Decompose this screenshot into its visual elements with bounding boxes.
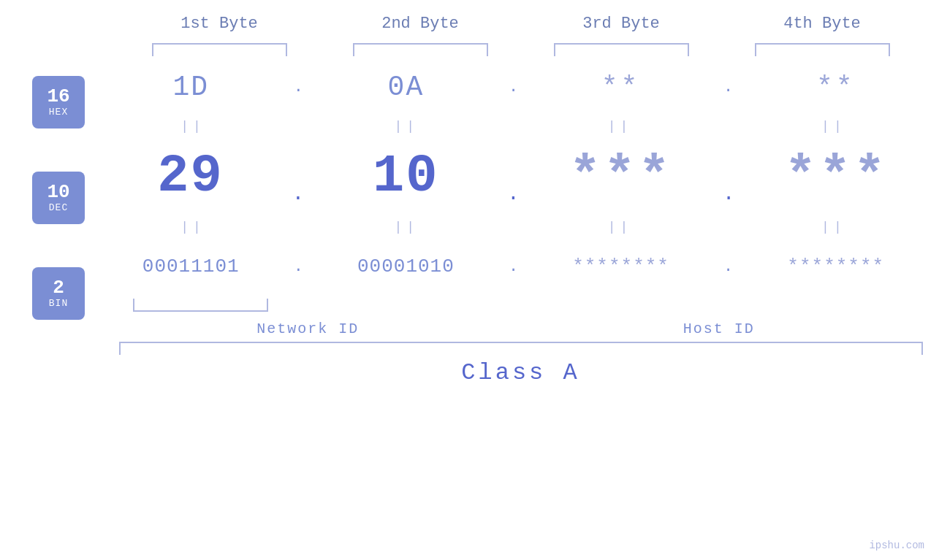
byte4-label: 4th Byte: [742, 15, 902, 33]
dot-bin-2: .: [509, 258, 518, 276]
hex-b4: **: [816, 72, 856, 103]
class-section: Class A: [119, 342, 923, 386]
dec-badge: 10 DEC: [32, 172, 85, 224]
bin-b3: ********: [572, 256, 669, 277]
hex-b2: 0A: [388, 72, 425, 103]
bin-b2: 00001010: [357, 256, 455, 277]
class-bracket: [119, 342, 923, 355]
byte1-label: 1st Byte: [139, 15, 300, 33]
page-container: 1st Byte 2nd Byte 3rd Byte 4th Byte 16 H…: [0, 0, 939, 560]
bracket-top-1: [152, 43, 287, 56]
dot-dec-3: .: [723, 183, 735, 217]
badges-column: 16 HEX 10 DEC 2 BIN: [15, 58, 102, 337]
content-wrapper: 16 HEX 10 DEC 2 BIN 1D . 0A: [15, 58, 924, 337]
dot-hex-3: .: [723, 78, 733, 96]
bracket-top-2: [353, 43, 488, 56]
host-id-label: Host ID: [683, 321, 755, 337]
hex-b1: 1D: [172, 72, 209, 103]
bin-badge: 2 BIN: [32, 267, 85, 320]
rows-container: 1D . 0A . ** . ** || ||: [102, 58, 924, 337]
dot-dec-1: .: [292, 183, 304, 217]
class-label: Class A: [119, 359, 923, 386]
dot-dec-2: .: [507, 183, 520, 217]
bin-b1: 00011101: [142, 256, 240, 277]
dec-b4: ***: [785, 147, 889, 207]
dot-bin-3: .: [723, 258, 733, 276]
watermark: ipshu.com: [869, 540, 924, 551]
dot-bin-1: .: [294, 258, 303, 276]
byte3-label: 3rd Byte: [541, 15, 702, 33]
network-id-label: Network ID: [256, 321, 359, 337]
bracket-top-3: [554, 43, 689, 56]
bracket-bottom-1: [133, 299, 268, 312]
dec-b2: 10: [373, 147, 438, 207]
hex-badge: 16 HEX: [32, 76, 85, 129]
byte2-label: 2nd Byte: [340, 15, 501, 33]
bin-b4: ********: [787, 256, 884, 277]
dec-b3: ***: [569, 147, 673, 207]
dot-hex-2: .: [509, 78, 518, 96]
hex-b3: **: [601, 72, 641, 103]
dec-b1: 29: [157, 147, 223, 207]
bracket-top-4: [755, 43, 890, 56]
dot-hex-1: .: [294, 78, 303, 96]
